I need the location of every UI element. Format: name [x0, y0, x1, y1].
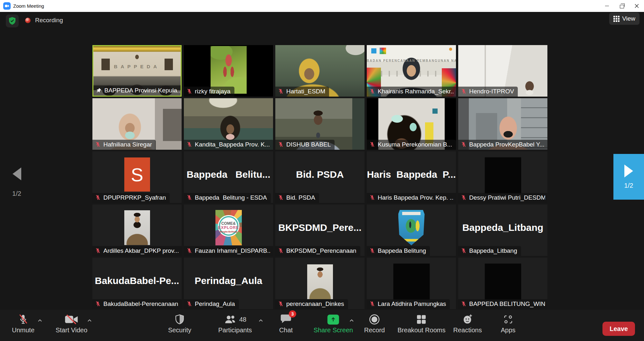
participant-tile[interactable]: Lara Atidhira Pamungkas [367, 258, 456, 309]
participant-tile[interactable]: Bappeda Belitu...Bappeda Belitung - ESDA [184, 151, 273, 203]
close-button[interactable] [629, 0, 644, 12]
start-video-label: Start Video [56, 327, 88, 334]
participant-name-label: Bid. PSDA [275, 193, 319, 203]
participant-tile[interactable]: Kusuma Perekonomian B... [367, 98, 456, 150]
participant-name-text: BAPPEDA Provinsi Kepula... [104, 87, 180, 94]
participant-name-text: BKPSDMD_Perencanaan [286, 247, 356, 254]
participant-tile[interactable]: BAPPEDABAPPEDA Provinsi Kepula... [92, 45, 182, 97]
video-options-chevron[interactable] [87, 317, 92, 323]
participant-name-label: Fauzan Irhamni_DISPARB... [184, 246, 273, 256]
participant-name-label: Bappeda_Litbang [458, 246, 521, 256]
participant-name-label: Perindag_Aula [184, 299, 239, 309]
security-button[interactable]: Security [168, 313, 191, 334]
breakout-rooms-button[interactable]: Breakout Rooms [398, 313, 446, 334]
participant-tile[interactable]: Hendro-ITPROV [458, 45, 547, 97]
previous-page-button[interactable]: 1/2 [7, 167, 26, 197]
page-indicator-left: 1/2 [7, 190, 26, 197]
gallery-grid-icon [613, 16, 620, 22]
muted-mic-icon [461, 88, 467, 95]
participant-tile[interactable]: rizky fitrajaya [184, 45, 273, 97]
share-screen-icon [327, 315, 339, 325]
breakout-rooms-label: Breakout Rooms [398, 327, 446, 334]
participant-name-label: Haris Bappeda Prov. Kep. ... [367, 193, 456, 203]
participant-name-label: Bappeda Belitung - ESDA [184, 193, 271, 203]
minimize-button[interactable] [600, 0, 614, 12]
participant-tile[interactable]: Bappeda Belitung [367, 204, 456, 256]
participant-tile[interactable]: BAPPEDA BELITUNG_WIN... [458, 258, 547, 309]
participant-tile[interactable]: Kandita_Bappeda Prov. K... [184, 98, 273, 150]
record-icon [369, 314, 380, 325]
participant-name-text: Ardilles Akbar_DPKP prov... [103, 247, 179, 254]
participant-tile[interactable]: Hafniliana Siregar [92, 98, 182, 150]
record-button[interactable]: Record [364, 313, 385, 334]
participant-name-label: Hartati_ESDM [275, 87, 329, 97]
participants-count: 48 [239, 316, 246, 323]
reactions-smiley-icon [462, 314, 473, 325]
apps-button[interactable]: Apps [501, 313, 516, 334]
start-video-button[interactable]: Start Video [56, 313, 88, 334]
participant-name-label: rizky fitrajaya [184, 87, 234, 97]
meeting-toolbar: Unmute Start Video [0, 310, 644, 341]
participant-tile[interactable]: perencanaan_Dinkes [275, 258, 365, 309]
muted-mic-icon [95, 301, 101, 307]
participant-name-text: Bappeda Belitung - ESDA [195, 194, 267, 201]
participant-name-label: Khairanis Rahmanda_Sekr... [367, 87, 456, 97]
muted-mic-icon [278, 141, 284, 148]
participants-button[interactable]: 48 Participants [218, 313, 252, 334]
participant-tile[interactable]: Haris Bappeda P...Haris Bappeda Prov. Ke… [367, 151, 456, 203]
shield-check-icon [8, 17, 16, 25]
meeting-info-shield-button[interactable] [6, 14, 19, 27]
next-arrow-icon [624, 165, 633, 177]
participant-tile[interactable]: Hartati_ESDM [275, 45, 365, 97]
chat-badge: 3 [289, 310, 296, 317]
participant-tile[interactable]: BakudaBabel-Pe...BakudaBabel-Perencanaan [92, 258, 182, 309]
participant-tile[interactable]: COME&EXPLOREBangka BelitungFauzan Irhamn… [184, 204, 273, 256]
gallery-grid: BAPPEDABAPPEDA Provinsi Kepula...rizky f… [92, 45, 547, 309]
restore-button[interactable] [614, 0, 629, 12]
recording-dot-icon [25, 18, 31, 23]
participants-label: Participants [218, 327, 252, 334]
security-shield-icon [175, 314, 185, 325]
leave-button[interactable]: Leave [602, 322, 635, 336]
unmute-options-chevron[interactable] [38, 317, 42, 323]
next-page-button[interactable]: 1/2 [613, 154, 644, 200]
participant-tile[interactable]: BKPSDMD_Pere...BKPSDMD_Perencanaan [275, 204, 365, 256]
muted-mic-icon [461, 194, 467, 201]
participant-name-text: DPUPRPRKP_Syafran [103, 194, 166, 201]
view-button[interactable]: View [609, 13, 639, 25]
participant-tile[interactable]: Bappeda_LitbangBappeda_Litbang [458, 204, 547, 256]
participant-tile[interactable]: Bappeda ProvKepBabel Y... [458, 98, 547, 150]
record-label: Record [364, 327, 385, 334]
participant-name-text: Bappeda ProvKepBabel Y... [469, 141, 545, 148]
participant-name-label: Lara Atidhira Pamungkas [367, 299, 450, 309]
participant-tile[interactable]: Bid. PSDABid. PSDA [275, 151, 365, 203]
participant-name-text: BAPPEDA BELITUNG_WIN... [469, 300, 545, 308]
chat-label: Chat [279, 327, 293, 334]
participant-name-label: perencanaan_Dinkes [275, 299, 348, 309]
reactions-button[interactable]: Reactions [453, 313, 482, 334]
muted-mic-icon [95, 194, 101, 201]
participant-tile[interactable]: BADAN PERENCANAAN PEMBANGUNAN NASIONALKh… [367, 45, 456, 97]
participant-name-text: Lara Atidhira Pamungkas [378, 300, 446, 308]
participant-tile[interactable]: SDPUPRPRKP_Syafran [92, 151, 182, 203]
participant-name-text: Fauzan Irhamni_DISPARB... [195, 247, 271, 254]
participant-name-text: Kusuma Perekonomian B... [378, 141, 452, 148]
participant-name-text: Bappeda_Litbang [469, 247, 517, 254]
participant-tile[interactable]: Perindag_AulaPerindag_Aula [184, 258, 273, 309]
participant-tile[interactable]: DISHUB BABEL [275, 98, 365, 150]
chat-button[interactable]: 3 Chat [279, 313, 293, 334]
participant-name-label: DISHUB BABEL [275, 140, 335, 150]
muted-mic-icon [186, 194, 192, 201]
participant-tile[interactable]: Ardilles Akbar_DPKP prov... [92, 204, 182, 256]
participant-name-text: Dessy Pratiwi Putri_DESDM [469, 194, 545, 201]
share-options-chevron[interactable] [349, 317, 354, 323]
view-button-label: View [622, 15, 635, 22]
recording-indicator[interactable]: Recording [25, 17, 63, 24]
unmute-label: Unmute [12, 327, 34, 334]
share-screen-button[interactable]: Share Screen [314, 313, 353, 334]
participants-options-chevron[interactable] [259, 317, 263, 323]
muted-mic-icon [186, 88, 192, 95]
participant-tile[interactable]: Dessy Pratiwi Putri_DESDM [458, 151, 547, 203]
unmute-button[interactable]: Unmute [12, 313, 34, 334]
breakout-rooms-icon [416, 314, 427, 325]
